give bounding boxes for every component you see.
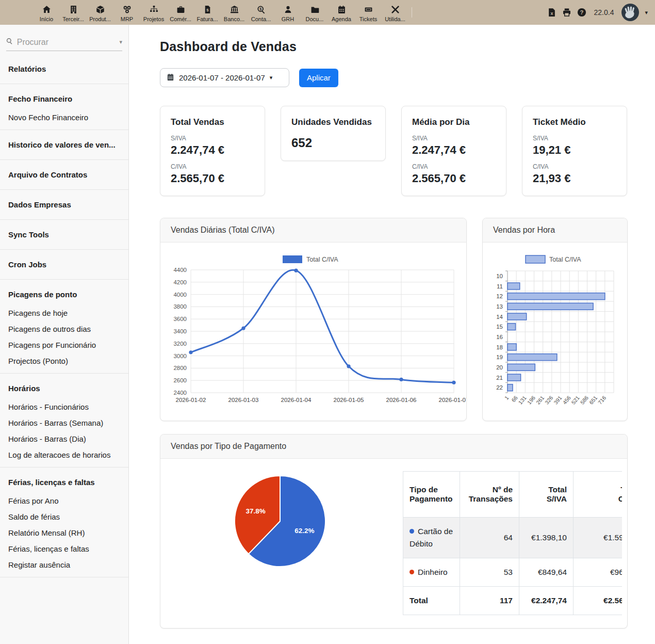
nav-item-agenda[interactable]: Agenda [328,3,355,22]
help-icon[interactable]: ? [577,8,586,17]
svg-text:2800: 2800 [173,365,187,371]
nav-item-fatura[interactable]: $ Fatura... [194,3,221,22]
sidebar-item-hor-rios-barras-semana[interactable]: Horários - Barras (Semana) [0,415,128,431]
nav-item-banco[interactable]: Banco... [221,3,248,22]
svg-text:21: 21 [496,374,503,380]
sidebar-item-saldo-de-f-rias[interactable]: Saldo de férias [0,509,128,525]
print-icon[interactable] [562,8,571,17]
apply-button[interactable]: Aplicar [299,69,338,87]
sidebar-divider [0,467,128,468]
nav-item-label: Conta... [251,16,271,22]
sidebar-item-f-rias-por-ano[interactable]: Férias por Ano [0,493,128,509]
sidebar-item-cron-jobs[interactable]: Cron Jobs [0,254,128,275]
nav-item-label: GRH [282,16,294,22]
svg-text:3000: 3000 [173,353,187,359]
kpi-title: Unidades Vendidas [291,117,375,128]
user-avatar[interactable] [621,4,639,21]
excel-export-icon[interactable]: x [547,8,556,17]
svg-text:3800: 3800 [173,303,187,310]
svg-text:3600: 3600 [173,316,187,322]
kpi-label: S/IVA [412,135,496,142]
kpi-card-m-dia-por-dia: Média por DiaS/IVA 2.247,74 €C/IVA 2.565… [401,106,506,196]
chevron-down-icon[interactable]: ▾ [645,10,648,15]
nav-item-in-cio[interactable]: Início [33,3,60,22]
sidebar-item-registar-aus-ncia[interactable]: Registar ausência [0,557,128,573]
chevron-down-icon: ▾ [270,75,273,81]
nav-item-com-r[interactable]: Comér... [167,3,194,22]
nav-item-label: Início [40,16,53,22]
svg-text:18: 18 [496,344,503,350]
sidebar-item-picagens-de-ponto[interactable]: Picagens de ponto [0,284,128,305]
sidebar-item-hor-rios-barras-dia[interactable]: Horários - Barras (Dia) [0,431,128,447]
kpi-label: S/IVA [533,135,616,142]
sidebar-item-fecho-financeiro[interactable]: Fecho Financeiro [0,88,128,109]
nav-item-label: MRP [121,16,133,22]
svg-text:586: 586 [579,394,590,405]
sidebar-item-picagens-por-funcion-rio[interactable]: Picagens por Funcionário [0,337,128,353]
sidebar-item-picagens-de-outros-dias[interactable]: Picagens de outros dias [0,321,128,337]
hourly-sales-card: Vendas por Hora Total C/IVA1011121314151… [482,218,628,421]
chevron-down-icon[interactable]: ▾ [119,39,122,45]
nav-item-mrp[interactable]: MRP [113,3,140,22]
payment-table-clip: Tipo de PagamentoNº de TransaçõesTotal S… [403,471,622,615]
table-cell: €1.398,10 [519,517,574,558]
svg-text:Total C/IVA: Total C/IVA [306,256,338,263]
kpi-card-total-vendas: Total VendasS/IVA 2.247,74 €C/IVA 2.565,… [160,106,265,196]
nav-divider [412,7,412,18]
sidebar-item-f-rias-licen-as-e-faltas[interactable]: Férias, licenças e faltas [0,541,128,557]
nav-item-tickets[interactable]: Tickets [355,3,382,22]
svg-text:22: 22 [496,384,503,391]
nav-item-label: Utilida... [385,16,405,22]
sidebar-item-f-rias-licen-as-e-faltas[interactable]: Férias, licenças e faltas [0,472,128,493]
payment-pie-chart: 62.2%37.8% [223,470,337,573]
nav-item-produt[interactable]: Produt... [87,3,113,22]
nav-item-conta[interactable]: $ Conta... [248,3,274,22]
sidebar-item-relat-rios[interactable]: Relatórios [0,58,128,79]
nav-item-grh[interactable]: GRH [274,3,301,22]
sidebar-item-arquivo-de-contratos[interactable]: Arquivo de Contratos [0,164,128,185]
svg-text:3400: 3400 [173,328,187,334]
nav-item-docu[interactable]: Docu... [301,3,328,22]
svg-text:2026-01-03: 2026-01-03 [228,397,259,403]
sidebar-item-novo-fecho-financeiro[interactable]: Novo Fecho Financeiro [0,109,128,125]
date-range-picker[interactable]: 2026-01-07 - 2026-01-07 ▾ [160,68,289,87]
svg-text:196: 196 [526,394,537,405]
sidebar-divider [0,159,128,160]
kpi-title: Ticket Médio [533,117,616,128]
kpi-row: Total VendasS/IVA 2.247,74 €C/IVA 2.565,… [160,106,628,196]
nav-item-terceir[interactable]: Terceir... [60,3,87,22]
bar-chart-legend[interactable]: Total C/IVA [526,255,581,263]
nav-item-label: Projetos [143,16,164,22]
nav-item-utilida[interactable]: Utilida... [382,3,408,22]
nav-item-projetos[interactable]: Projetos [140,3,167,22]
kpi-value: 652 [291,136,375,150]
table-cell: Total [403,586,460,615]
svg-text:651: 651 [588,394,599,405]
nav-item-label: Docu... [306,16,324,22]
rings-icon [123,5,132,14]
sidebar-item-hor-rios-funcion-rios[interactable]: Horários - Funcionários [0,399,128,415]
sidebar-item-projectos-ponto[interactable]: Projectos (Ponto) [0,353,128,369]
payment-type-title: Vendas por Tipo de Pagamento [160,434,627,459]
svg-text:20: 20 [496,364,503,371]
sidebar-search[interactable]: ▾ [6,37,122,51]
line-chart-legend[interactable]: Total C/IVA [283,255,338,263]
hourly-sales-bar-chart: Total C/IVA10111213141516181920212216613… [483,244,627,418]
nav-item-label: Banco... [224,16,244,22]
payment-table-header: Tipo de Pagamento [403,471,460,517]
tools-icon [391,5,400,14]
svg-text:131: 131 [517,394,528,405]
svg-text:521: 521 [570,394,581,405]
sidebar-item-log-de-alteracoes-de-horarios[interactable]: Log de alteracoes de horarios [0,447,128,463]
table-cell: 64 [460,517,519,558]
sidebar-item-relat-rio-mensal-rh[interactable]: Relatório Mensal (RH) [0,525,128,541]
sidebar-item-hor-rios[interactable]: Horários [0,378,128,399]
kpi-label: C/IVA [533,163,616,170]
sidebar-item-historico-de-valores-de-ven[interactable]: Historico de valores de ven... [0,134,128,155]
sidebar-item-picagens-de-hoje[interactable]: Picagens de hoje [0,305,128,321]
sidebar-item-sync-tools[interactable]: Sync Tools [0,224,128,245]
search-input[interactable] [17,38,116,47]
folder-icon [310,5,319,14]
table-row-dinheiro: Dinheiro53€849,64€969,40 [403,558,623,586]
sidebar-item-dados-empresas[interactable]: Dados Empresas [0,194,128,215]
